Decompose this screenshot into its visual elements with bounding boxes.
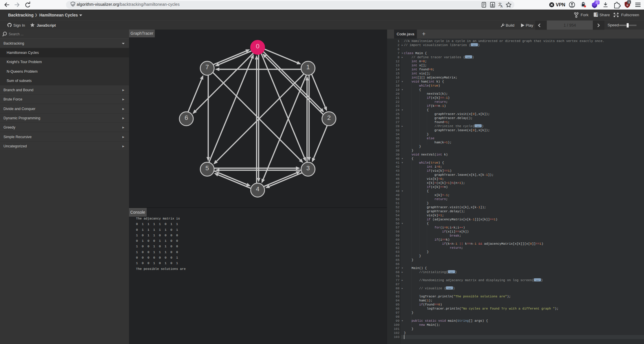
svg-text:1: 1 <box>628 1 630 4</box>
svg-text:VPN: VPN <box>556 2 565 7</box>
svg-text:f: f <box>596 12 598 17</box>
svg-text:6: 6 <box>185 114 188 121</box>
svg-text:2: 2 <box>327 114 331 121</box>
svg-text:7: 7 <box>205 63 209 71</box>
svg-text:4: 4 <box>256 185 259 193</box>
svg-text:3: 3 <box>306 164 310 172</box>
svg-text:u: u <box>626 3 628 7</box>
svg-text:12: 12 <box>595 1 599 4</box>
svg-text:1: 1 <box>306 63 310 71</box>
svg-text:A: A <box>501 5 503 8</box>
svg-text:0: 0 <box>256 43 259 50</box>
svg-text:5: 5 <box>205 164 209 172</box>
